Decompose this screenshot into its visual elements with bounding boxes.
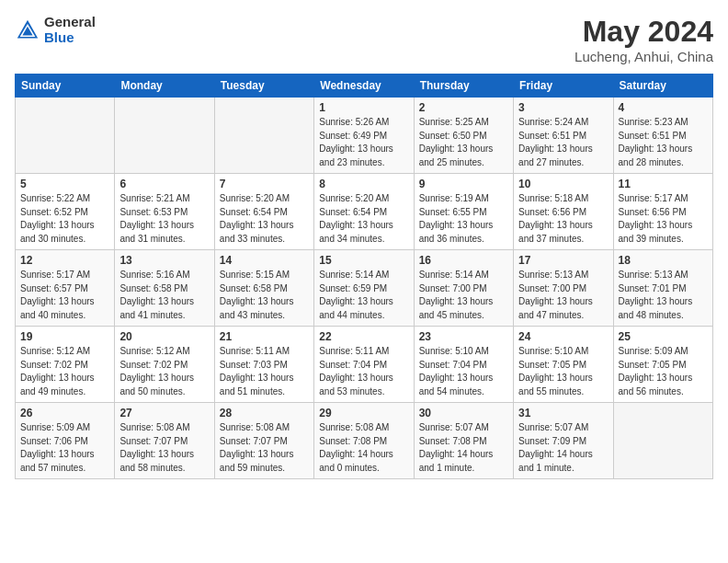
calendar-cell: 11Sunrise: 5:17 AMSunset: 6:56 PMDayligh… [613, 174, 712, 250]
day-info: Sunrise: 5:11 AMSunset: 7:04 PMDaylight:… [319, 345, 408, 398]
calendar-week-row: 1Sunrise: 5:26 AMSunset: 6:49 PMDaylight… [16, 98, 713, 174]
calendar-cell [613, 403, 712, 479]
day-info: Sunrise: 5:18 AMSunset: 6:56 PMDaylight:… [518, 192, 608, 246]
day-info: Sunrise: 5:07 AMSunset: 7:09 PMDaylight:… [518, 421, 608, 475]
calendar-cell: 26Sunrise: 5:09 AMSunset: 7:06 PMDayligh… [16, 403, 115, 479]
day-info: Sunrise: 5:10 AMSunset: 7:05 PMDaylight:… [518, 345, 608, 398]
logo: General Blue [15, 15, 96, 45]
calendar-cell: 3Sunrise: 5:24 AMSunset: 6:51 PMDaylight… [514, 98, 613, 174]
location: Lucheng, Anhui, China [574, 49, 713, 64]
day-number: 26 [20, 407, 109, 419]
weekday-row: SundayMondayTuesdayWednesdayThursdayFrid… [16, 75, 713, 98]
calendar-cell: 24Sunrise: 5:10 AMSunset: 7:05 PMDayligh… [514, 327, 613, 403]
day-number: 25 [619, 330, 708, 343]
calendar-cell: 21Sunrise: 5:11 AMSunset: 7:03 PMDayligh… [214, 327, 313, 403]
logo-blue: Blue [44, 30, 96, 46]
calendar-cell: 10Sunrise: 5:18 AMSunset: 6:56 PMDayligh… [514, 174, 613, 250]
day-number: 16 [419, 254, 508, 267]
day-number: 6 [119, 178, 209, 190]
day-number: 4 [619, 101, 708, 114]
day-info: Sunrise: 5:20 AMSunset: 6:54 PMDaylight:… [319, 192, 408, 246]
day-info: Sunrise: 5:23 AMSunset: 6:51 PMDaylight:… [619, 116, 708, 169]
calendar-cell: 31Sunrise: 5:07 AMSunset: 7:09 PMDayligh… [514, 403, 613, 479]
calendar-table: SundayMondayTuesdayWednesdayThursdayFrid… [15, 74, 713, 479]
day-info: Sunrise: 5:17 AMSunset: 6:56 PMDaylight:… [619, 192, 708, 246]
day-number: 1 [319, 101, 408, 114]
month-title: May 2024 [574, 15, 713, 49]
day-info: Sunrise: 5:16 AMSunset: 6:58 PMDaylight:… [119, 269, 209, 322]
day-info: Sunrise: 5:21 AMSunset: 6:53 PMDaylight:… [119, 192, 209, 246]
day-number: 2 [419, 101, 508, 114]
day-info: Sunrise: 5:12 AMSunset: 7:02 PMDaylight:… [119, 345, 209, 398]
day-number: 10 [518, 178, 608, 190]
day-number: 20 [119, 330, 209, 343]
day-info: Sunrise: 5:19 AMSunset: 6:55 PMDaylight:… [419, 192, 508, 246]
day-info: Sunrise: 5:08 AMSunset: 7:08 PMDaylight:… [319, 421, 408, 475]
day-info: Sunrise: 5:17 AMSunset: 6:57 PMDaylight:… [20, 269, 109, 322]
calendar-cell: 12Sunrise: 5:17 AMSunset: 6:57 PMDayligh… [16, 250, 115, 327]
day-number: 14 [220, 254, 309, 267]
calendar-cell: 29Sunrise: 5:08 AMSunset: 7:08 PMDayligh… [314, 403, 414, 479]
day-info: Sunrise: 5:13 AMSunset: 7:01 PMDaylight:… [619, 269, 708, 322]
day-number: 9 [419, 178, 508, 190]
day-number: 12 [20, 254, 109, 267]
day-info: Sunrise: 5:10 AMSunset: 7:04 PMDaylight:… [419, 345, 508, 398]
day-number: 28 [220, 407, 309, 419]
calendar-cell [214, 98, 313, 174]
weekday-header: Saturday [613, 75, 712, 98]
day-info: Sunrise: 5:24 AMSunset: 6:51 PMDaylight:… [518, 116, 608, 169]
calendar-week-row: 26Sunrise: 5:09 AMSunset: 7:06 PMDayligh… [16, 403, 713, 479]
calendar-cell [115, 98, 214, 174]
day-number: 22 [319, 330, 408, 343]
day-info: Sunrise: 5:11 AMSunset: 7:03 PMDaylight:… [220, 345, 309, 398]
day-info: Sunrise: 5:26 AMSunset: 6:49 PMDaylight:… [319, 116, 408, 169]
calendar-body: 1Sunrise: 5:26 AMSunset: 6:49 PMDaylight… [16, 98, 713, 479]
page-header: General Blue May 2024 Lucheng, Anhui, Ch… [15, 15, 713, 64]
day-number: 3 [518, 101, 608, 114]
calendar-cell: 20Sunrise: 5:12 AMSunset: 7:02 PMDayligh… [115, 327, 214, 403]
calendar-cell: 6Sunrise: 5:21 AMSunset: 6:53 PMDaylight… [115, 174, 214, 250]
day-number: 31 [518, 407, 608, 419]
day-info: Sunrise: 5:09 AMSunset: 7:05 PMDaylight:… [619, 345, 708, 398]
logo-text: General Blue [44, 15, 96, 45]
calendar-cell: 16Sunrise: 5:14 AMSunset: 7:00 PMDayligh… [414, 250, 513, 327]
day-number: 21 [220, 330, 309, 343]
title-block: May 2024 Lucheng, Anhui, China [574, 15, 713, 64]
logo-icon [15, 17, 40, 43]
calendar-cell: 2Sunrise: 5:25 AMSunset: 6:50 PMDaylight… [414, 98, 513, 174]
calendar-week-row: 19Sunrise: 5:12 AMSunset: 7:02 PMDayligh… [16, 327, 713, 403]
day-number: 11 [619, 178, 708, 190]
calendar-cell: 13Sunrise: 5:16 AMSunset: 6:58 PMDayligh… [115, 250, 214, 327]
day-info: Sunrise: 5:07 AMSunset: 7:08 PMDaylight:… [419, 421, 508, 475]
day-number: 7 [220, 178, 309, 190]
weekday-header: Sunday [16, 75, 115, 98]
day-number: 27 [119, 407, 209, 419]
day-number: 8 [319, 178, 408, 190]
calendar-cell: 5Sunrise: 5:22 AMSunset: 6:52 PMDaylight… [16, 174, 115, 250]
day-number: 23 [419, 330, 508, 343]
day-info: Sunrise: 5:25 AMSunset: 6:50 PMDaylight:… [419, 116, 508, 169]
day-number: 13 [119, 254, 209, 267]
calendar-cell: 7Sunrise: 5:20 AMSunset: 6:54 PMDaylight… [214, 174, 313, 250]
calendar-cell: 30Sunrise: 5:07 AMSunset: 7:08 PMDayligh… [414, 403, 513, 479]
day-info: Sunrise: 5:22 AMSunset: 6:52 PMDaylight:… [20, 192, 109, 246]
weekday-header: Tuesday [214, 75, 313, 98]
day-number: 5 [20, 178, 109, 190]
calendar-cell: 1Sunrise: 5:26 AMSunset: 6:49 PMDaylight… [314, 98, 414, 174]
calendar-cell: 28Sunrise: 5:08 AMSunset: 7:07 PMDayligh… [214, 403, 313, 479]
weekday-header: Thursday [414, 75, 513, 98]
day-info: Sunrise: 5:13 AMSunset: 7:00 PMDaylight:… [518, 269, 608, 322]
calendar-header: SundayMondayTuesdayWednesdayThursdayFrid… [16, 75, 713, 98]
logo-general: General [44, 15, 96, 30]
day-info: Sunrise: 5:14 AMSunset: 6:59 PMDaylight:… [319, 269, 408, 322]
day-info: Sunrise: 5:09 AMSunset: 7:06 PMDaylight:… [20, 421, 109, 475]
calendar-cell: 27Sunrise: 5:08 AMSunset: 7:07 PMDayligh… [115, 403, 214, 479]
weekday-header: Wednesday [314, 75, 414, 98]
day-info: Sunrise: 5:20 AMSunset: 6:54 PMDaylight:… [220, 192, 309, 246]
day-number: 19 [20, 330, 109, 343]
calendar-cell [16, 98, 115, 174]
calendar-cell: 23Sunrise: 5:10 AMSunset: 7:04 PMDayligh… [414, 327, 513, 403]
calendar-week-row: 12Sunrise: 5:17 AMSunset: 6:57 PMDayligh… [16, 250, 713, 327]
calendar-cell: 18Sunrise: 5:13 AMSunset: 7:01 PMDayligh… [613, 250, 712, 327]
day-number: 24 [518, 330, 608, 343]
